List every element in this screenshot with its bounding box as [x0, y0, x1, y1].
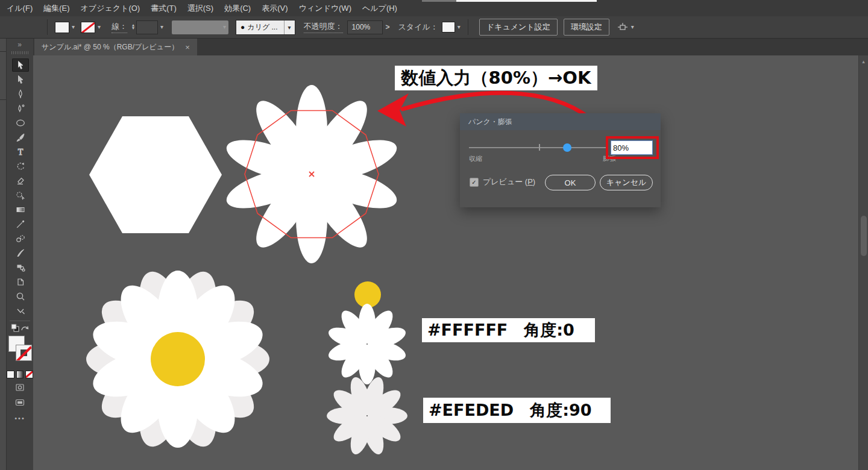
stroke-color-control[interactable]: ▾: [81, 22, 103, 33]
chevron-down-icon[interactable]: ▾: [455, 24, 463, 30]
paintbrush-tool[interactable]: [7, 130, 34, 145]
dialog-header[interactable]: パンク・膨張: [460, 113, 661, 130]
swap-fill-stroke-icon[interactable]: [20, 324, 30, 334]
menu-select[interactable]: 選択(S): [182, 0, 219, 16]
preview-checkbox[interactable]: ✓: [470, 178, 479, 187]
menu-view[interactable]: 表示(V): [256, 0, 293, 16]
chevron-down-icon[interactable]: ▾: [284, 20, 295, 34]
opacity-input[interactable]: [347, 20, 383, 34]
select-similar-icon[interactable]: [617, 22, 629, 32]
zoom-tool[interactable]: [7, 289, 34, 304]
preview-label: プレビュー (P): [483, 177, 535, 187]
opacity-flyout-icon[interactable]: >: [386, 23, 390, 31]
divider: [47, 19, 48, 35]
none-button[interactable]: [25, 371, 33, 378]
window-edge-white: [456, 0, 597, 2]
type-tool[interactable]: T: [7, 145, 34, 159]
chevron-down-icon[interactable]: ▾: [69, 24, 77, 30]
menu-effect[interactable]: 効果(C): [219, 0, 256, 16]
scrollbar-thumb[interactable]: [861, 216, 867, 256]
menu-type[interactable]: 書式(T): [145, 0, 182, 16]
ok-button[interactable]: OK: [545, 175, 596, 190]
mini-fill-stroke-icon[interactable]: [11, 324, 20, 334]
stepper-down-icon[interactable]: ▾: [132, 27, 134, 30]
menu-help[interactable]: ヘルプ(H): [357, 0, 403, 16]
pucker-label: 収縮: [469, 154, 482, 163]
vertical-scrollbar[interactable]: ▴: [858, 55, 868, 470]
chevron-down-icon[interactable]: ▾: [158, 24, 166, 30]
annotation-front-layer: #FFFFFF 角度:0: [422, 318, 595, 342]
pen-tool[interactable]: [7, 87, 34, 101]
stroke-weight-stepper[interactable]: ▴ ▾: [132, 24, 134, 30]
menu-bar: イル(F) 編集(E) オブジェクト(O) 書式(T) 選択(S) 効果(C) …: [0, 0, 868, 16]
document-setup-button[interactable]: ドキュメント設定: [479, 19, 558, 36]
brush-preview-icon: ●: [236, 23, 247, 31]
chevron-down-icon[interactable]: ▾: [629, 24, 637, 30]
annotation-back-layer: #EFEDED 角度:90: [423, 398, 611, 423]
bloat-slider-thumb[interactable]: [563, 143, 571, 152]
stroke-weight-value[interactable]: [136, 20, 158, 34]
collapse-panel-icon[interactable]: »: [7, 39, 33, 51]
window-edge-gray: [422, 0, 456, 2]
illustrator-window: イル(F) 編集(E) オブジェクト(O) 書式(T) 選択(S) 効果(C) …: [0, 0, 868, 470]
fill-color-control[interactable]: ▾: [55, 22, 77, 33]
scroll-up-icon[interactable]: ▴: [859, 55, 868, 64]
preferences-button[interactable]: 環境設定: [564, 19, 609, 36]
shape-builder-tool[interactable]: [7, 188, 34, 202]
slider-center-tick: [539, 144, 540, 151]
color-button[interactable]: [7, 371, 14, 378]
style-swatch[interactable]: [442, 22, 455, 33]
fill-stroke-indicator[interactable]: [8, 336, 32, 367]
rotate-tool[interactable]: [7, 159, 34, 174]
symbol-sprayer-tool[interactable]: [7, 260, 34, 275]
eraser-tool[interactable]: [7, 174, 34, 188]
stroke-indicator-none[interactable]: [16, 345, 32, 361]
menu-object[interactable]: オブジェクト(O): [75, 0, 146, 16]
eyedropper-tool[interactable]: [7, 217, 34, 231]
stroke-weight-label: 線：: [112, 21, 127, 33]
chevron-down-icon[interactable]: ▾: [95, 24, 103, 30]
curvature-tool[interactable]: [7, 101, 34, 116]
menu-file[interactable]: イル(F): [1, 0, 38, 16]
daisy-center[interactable]: [151, 332, 205, 386]
exploded-front-petals[interactable]: [326, 304, 408, 384]
stroke-weight-select[interactable]: ▾: [136, 20, 166, 34]
exploded-back-petals[interactable]: [327, 375, 407, 457]
draw-mode-icon[interactable]: [15, 383, 25, 394]
annotation-highlight-box: [606, 136, 659, 159]
pucker-bloat-dialog: パンク・膨張 収縮 膨張 ✓ プレビュー (P) OK キャンセル: [460, 113, 661, 207]
panel-grip[interactable]: [11, 51, 28, 54]
fill-color-swatch[interactable]: [55, 22, 69, 33]
style-label: スタイル：: [398, 22, 438, 33]
anchor-point-tool[interactable]: [7, 304, 34, 318]
document-title: サンプル.ai* @ 50 %（RGB/プレビュー）: [42, 42, 178, 52]
gradient-button[interactable]: [16, 371, 24, 378]
selection-tool[interactable]: [7, 58, 34, 72]
opacity-label: 不透明度：: [304, 21, 343, 33]
hexagon-shape[interactable]: [89, 116, 222, 233]
more-tools-icon[interactable]: •••: [7, 415, 33, 422]
gradient-tool[interactable]: [7, 202, 34, 217]
artboard-tool[interactable]: [7, 275, 34, 289]
brush-definition-select[interactable]: ● カリグ ... ▾: [236, 20, 295, 35]
knife-tool[interactable]: [7, 246, 34, 260]
style-swatch-control[interactable]: ▾: [442, 22, 463, 33]
direct-selection-tool[interactable]: [7, 72, 34, 87]
control-bar: ▾ ▾ 線： ▴ ▾ ▾ ▾ ● カリグ ... ▾ 不透明度： > スタイル：…: [0, 16, 868, 39]
close-tab-icon[interactable]: ×: [185, 43, 190, 52]
ellipse-tool[interactable]: [7, 116, 34, 130]
screen-mode-icon[interactable]: [15, 398, 25, 409]
blend-tool[interactable]: [7, 231, 34, 246]
width-profile-select: ▾: [172, 20, 228, 34]
divider: [468, 19, 468, 35]
brush-name: カリグ ...: [247, 22, 283, 33]
stroke-color-swatch[interactable]: [81, 22, 95, 33]
panel-edge: [0, 39, 6, 470]
tools-panel: » T: [6, 39, 33, 470]
dialog-title: パンク・膨張: [460, 117, 512, 127]
document-tab[interactable]: サンプル.ai* @ 50 %（RGB/プレビュー） ×: [34, 39, 197, 55]
cancel-button[interactable]: キャンセル: [600, 175, 653, 190]
menu-window[interactable]: ウィンドウ(W): [294, 0, 357, 16]
svg-text:T: T: [17, 148, 23, 157]
menu-edit[interactable]: 編集(E): [38, 0, 75, 16]
